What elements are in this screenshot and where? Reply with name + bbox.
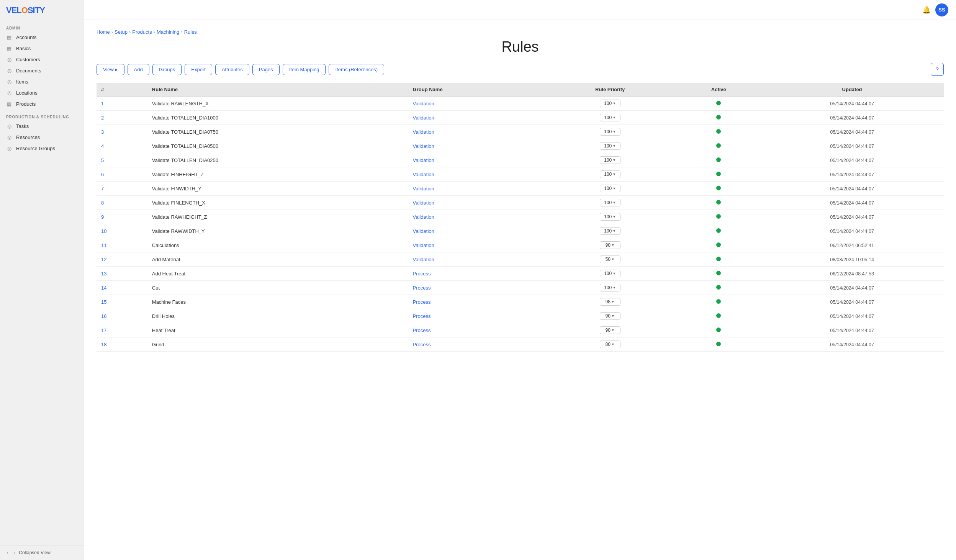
group-name-link[interactable]: Validation: [413, 101, 434, 106]
group-name-link[interactable]: Process: [413, 327, 431, 333]
sidebar-item-products[interactable]: ▦ Products: [0, 98, 84, 110]
active-indicator: [716, 299, 721, 304]
sidebar-item-accounts[interactable]: ▦ Accounts: [0, 32, 84, 43]
resource-groups-icon: ◎: [6, 146, 12, 151]
table-row: 3 Validate TOTALLEN_DIA0750 Validation 1…: [97, 125, 944, 139]
group-name-link[interactable]: Validation: [413, 172, 434, 177]
priority-badge[interactable]: 100 ▼: [600, 199, 620, 206]
sidebar-item-locations[interactable]: ◎ Locations: [0, 87, 84, 98]
sidebar-item-items[interactable]: ◎ Items: [0, 76, 84, 87]
cell-priority: 50 ▼: [543, 252, 677, 267]
group-name-link[interactable]: Process: [413, 299, 431, 305]
group-name-link[interactable]: Validation: [413, 214, 434, 220]
cell-active: [677, 224, 761, 238]
group-name-link[interactable]: Process: [413, 313, 431, 319]
group-name-link[interactable]: Process: [413, 285, 431, 291]
breadcrumb-machining[interactable]: Machining: [157, 29, 179, 35]
notification-icon[interactable]: 🔔: [922, 6, 931, 14]
export-button[interactable]: Export: [185, 64, 212, 75]
sidebar-item-resources[interactable]: ◎ Resources: [0, 132, 84, 143]
priority-badge[interactable]: 100 ▼: [600, 156, 620, 164]
row-number-link[interactable]: 15: [101, 299, 106, 305]
priority-badge[interactable]: 100 ▼: [600, 100, 620, 107]
priority-badge[interactable]: 100 ▼: [600, 128, 620, 136]
row-number-link[interactable]: 11: [101, 242, 106, 248]
row-number-link[interactable]: 3: [101, 129, 104, 135]
breadcrumb-setup[interactable]: Setup: [115, 29, 128, 35]
attributes-button[interactable]: Attributes: [215, 64, 249, 75]
group-name-link[interactable]: Validation: [413, 129, 434, 135]
priority-arrow: ▼: [611, 243, 615, 247]
active-indicator: [716, 271, 721, 275]
row-number-link[interactable]: 4: [101, 143, 104, 149]
priority-badge[interactable]: 50 ▼: [600, 255, 620, 263]
pages-button[interactable]: Pages: [252, 64, 280, 75]
cell-updated: 05/14/2024 04:44:07: [760, 323, 944, 337]
row-number-link[interactable]: 17: [101, 327, 106, 333]
collapse-label: ← Collapsed View: [13, 550, 51, 555]
priority-badge[interactable]: 100 ▼: [600, 227, 620, 235]
cell-group-name: Validation: [408, 97, 543, 111]
sidebar-item-documents[interactable]: ◎ Documents: [0, 65, 84, 76]
priority-badge[interactable]: 98 ▼: [600, 298, 620, 306]
row-number-link[interactable]: 16: [101, 313, 106, 319]
row-number-link[interactable]: 10: [101, 228, 106, 234]
group-name-link[interactable]: Validation: [413, 186, 434, 192]
row-number-link[interactable]: 12: [101, 257, 106, 262]
row-number-link[interactable]: 8: [101, 200, 104, 206]
cell-num: 14: [97, 281, 147, 295]
row-number-link[interactable]: 9: [101, 214, 104, 220]
priority-badge[interactable]: 90 ▼: [600, 326, 620, 334]
sidebar-item-basics[interactable]: ▦ Basics: [0, 43, 84, 54]
group-name-link[interactable]: Validation: [413, 157, 434, 163]
breadcrumb-products[interactable]: Products: [132, 29, 152, 35]
group-name-link[interactable]: Validation: [413, 257, 434, 262]
priority-badge[interactable]: 100 ▼: [600, 142, 620, 150]
avatar[interactable]: SS: [935, 3, 948, 16]
row-number-link[interactable]: 6: [101, 172, 104, 177]
priority-badge[interactable]: 100 ▼: [600, 185, 620, 192]
view-button[interactable]: View ▸: [97, 64, 124, 75]
sidebar-item-customers[interactable]: ◎ Customers: [0, 54, 84, 65]
add-button[interactable]: Add: [128, 64, 149, 75]
sidebar-item-tasks[interactable]: ◎ Tasks: [0, 121, 84, 132]
help-button[interactable]: ?: [931, 63, 944, 76]
breadcrumb-home[interactable]: Home: [97, 29, 110, 35]
active-indicator: [716, 242, 721, 247]
priority-badge[interactable]: 80 ▼: [600, 341, 620, 348]
priority-badge[interactable]: 90 ▼: [600, 312, 620, 320]
row-number-link[interactable]: 13: [101, 271, 106, 277]
priority-badge[interactable]: 100 ▼: [600, 270, 620, 277]
cell-group-name: Process: [408, 281, 543, 295]
priority-badge[interactable]: 100 ▼: [600, 170, 620, 178]
item-mapping-button[interactable]: Item Mapping: [283, 64, 326, 75]
group-name-link[interactable]: Validation: [413, 242, 434, 248]
cell-rule-name: Validate TOTALLEN_DIA0250: [147, 153, 408, 167]
active-indicator: [716, 327, 721, 332]
priority-badge[interactable]: 100 ▼: [600, 114, 620, 121]
row-number-link[interactable]: 7: [101, 186, 104, 192]
group-name-link[interactable]: Validation: [413, 143, 434, 149]
cell-rule-name: Calculations: [147, 238, 408, 252]
group-name-link[interactable]: Validation: [413, 200, 434, 206]
groups-button[interactable]: Groups: [152, 64, 182, 75]
priority-badge[interactable]: 100 ▼: [600, 213, 620, 221]
row-number-link[interactable]: 14: [101, 285, 106, 291]
cell-updated: 05/14/2024 04:44:07: [760, 309, 944, 323]
priority-badge[interactable]: 90 ▼: [600, 241, 620, 249]
row-number-link[interactable]: 2: [101, 115, 104, 121]
row-number-link[interactable]: 18: [101, 342, 106, 347]
group-name-link[interactable]: Process: [413, 271, 431, 277]
cell-priority: 80 ▼: [543, 337, 677, 352]
items-references-button[interactable]: Items (References): [329, 64, 384, 75]
group-name-link[interactable]: Process: [413, 342, 431, 347]
group-name-link[interactable]: Validation: [413, 115, 434, 121]
priority-badge[interactable]: 100 ▼: [600, 284, 620, 291]
breadcrumb-rules[interactable]: Rules: [184, 29, 197, 35]
group-name-link[interactable]: Validation: [413, 228, 434, 234]
active-indicator: [716, 342, 721, 346]
row-number-link[interactable]: 5: [101, 157, 104, 163]
sidebar-item-resource-groups[interactable]: ◎ Resource Groups: [0, 143, 84, 154]
collapse-view-button[interactable]: ← ← Collapsed View: [0, 545, 84, 560]
row-number-link[interactable]: 1: [101, 101, 104, 106]
